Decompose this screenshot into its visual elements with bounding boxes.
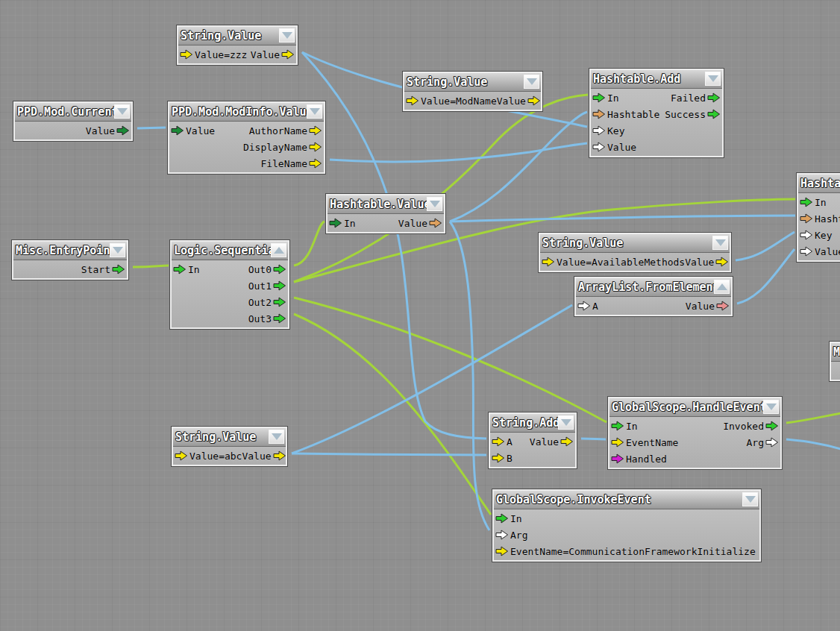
output-pin-arrow[interactable] — [309, 158, 322, 169]
output-pin-arrow[interactable] — [715, 257, 729, 267]
output-pin-arrow[interactable] — [527, 95, 541, 106]
output-pin-arrow[interactable] — [765, 421, 779, 431]
node-header[interactable]: Logic.Sequential — [172, 242, 288, 260]
wire-string-add.Value-to-globalscope-handleevent.EventName[interactable] — [581, 439, 606, 439]
node-logic-sequential[interactable]: Logic.SequentialInOut0Out1Out2Out3 — [170, 240, 289, 329]
wire-hashtable-value.Value-to-hashtable-add-2.Hashtable[interactable] — [450, 216, 795, 222]
input-pin-arrow[interactable] — [329, 218, 342, 228]
output-pin-arrow[interactable] — [273, 313, 286, 324]
collapse-down-button[interactable] — [558, 415, 574, 430]
node-graph-canvas[interactable]: { "palette":{ "wire_exec":"#a4d53a", "wi… — [0, 0, 840, 631]
node-string-value-zzz[interactable]: String.ValueValue=zzzValue — [177, 25, 298, 65]
input-pin-arrow[interactable] — [611, 453, 624, 464]
input-pin-arrow[interactable] — [173, 264, 187, 274]
wire-string-value-availablemethods.Value-to-hashtable-add-2.Key[interactable] — [736, 232, 794, 260]
input-pin-arrow[interactable] — [175, 451, 188, 461]
input-pin-arrow[interactable] — [800, 213, 813, 224]
node-string-add[interactable]: String.AddAValueB — [489, 412, 577, 468]
collapse-down-button[interactable] — [524, 75, 539, 89]
input-pin-arrow[interactable] — [495, 513, 509, 524]
input-pin-arrow[interactable] — [800, 230, 813, 240]
output-pin-arrow[interactable] — [273, 264, 286, 274]
node-header[interactable]: Hashtable.Value — [327, 195, 444, 214]
input-pin-arrow[interactable] — [592, 142, 606, 152]
output-pin-arrow[interactable] — [560, 436, 574, 447]
node-header[interactable]: String.Value — [540, 234, 730, 253]
node-ppd-mod-current[interactable]: PPD.Mod.CurrentValue — [13, 101, 133, 141]
collapse-down-button[interactable] — [763, 400, 779, 414]
input-pin-arrow[interactable] — [800, 197, 813, 207]
collapse-down-button[interactable] — [110, 243, 125, 257]
node-header[interactable]: GlobalScope.InvokeEvent — [494, 491, 759, 509]
collapse-down-button[interactable] — [427, 197, 442, 211]
input-pin-arrow[interactable] — [492, 453, 505, 463]
collapse-up-button[interactable] — [271, 243, 286, 257]
wire-globalscope-handleevent.Arg-to-offscreen-right[interactable] — [786, 439, 840, 449]
output-pin-arrow[interactable] — [273, 297, 286, 307]
node-arraylist-fromelement[interactable]: ArrayList.FromElementAValue — [574, 277, 733, 316]
output-pin-arrow[interactable] — [273, 451, 286, 461]
input-pin-arrow[interactable] — [542, 257, 555, 267]
node-header[interactable]: M — [831, 343, 840, 362]
output-pin-arrow[interactable] — [116, 125, 130, 136]
output-pin-arrow[interactable] — [309, 125, 322, 136]
node-header[interactable]: String.Value — [178, 27, 296, 45]
wire-misc-entrypoint.Start-to-logic-sequential.In[interactable] — [133, 266, 169, 267]
node-header[interactable]: ArrayList.FromElement — [576, 278, 731, 297]
collapse-down-button[interactable] — [705, 72, 721, 86]
wire-logic-sequential.Out2-to-globalscope-handleevent.In[interactable] — [294, 298, 607, 422]
node-string-value-abc[interactable]: String.ValueValue=abcValue — [172, 427, 287, 466]
node-header[interactable]: Misc.EntryPoint — [13, 242, 127, 260]
wire-string-value-abc.Value-to-string-add.B[interactable] — [292, 453, 486, 455]
node-header[interactable]: PPD.Mod.ModInfo.Value — [169, 103, 324, 122]
wire-logic-sequential.Out0-to-hashtable-value.In[interactable] — [294, 222, 325, 266]
collapse-down-button[interactable] — [269, 430, 284, 444]
input-pin-arrow[interactable] — [577, 301, 591, 311]
node-header[interactable]: String.Add — [490, 414, 575, 433]
node-header[interactable]: Hashtable.Add — [591, 70, 722, 89]
node-header[interactable]: GlobalScope.HandleEvent — [609, 398, 780, 417]
input-pin-arrow[interactable] — [180, 49, 193, 60]
output-pin-arrow[interactable] — [429, 218, 442, 228]
input-pin-arrow[interactable] — [492, 436, 505, 447]
node-globalscope-invokeevent[interactable]: GlobalScope.InvokeEventInArgEventName=Co… — [492, 489, 761, 562]
input-pin-arrow[interactable] — [611, 437, 624, 448]
output-pin-arrow[interactable] — [707, 109, 721, 119]
node-partial-node-m[interactable]: M — [830, 342, 840, 381]
collapse-down-button[interactable] — [307, 104, 322, 119]
output-pin-arrow[interactable] — [765, 437, 779, 448]
input-pin-arrow[interactable] — [406, 95, 419, 106]
output-pin-arrow[interactable] — [716, 301, 730, 311]
collapse-down-button[interactable] — [279, 28, 295, 43]
node-header[interactable]: Hashtable.Add — [798, 175, 840, 193]
input-pin-arrow[interactable] — [611, 421, 624, 431]
collapse-down-button[interactable] — [114, 104, 130, 119]
node-misc-entrypoint[interactable]: Misc.EntryPointStart — [12, 240, 128, 280]
node-string-value-modname[interactable]: String.ValueValue=ModNameValue — [403, 72, 542, 111]
node-header[interactable]: String.Value — [404, 73, 541, 92]
wire-ppd-mod-current.Value-to-ppd-mod-modinfo-value.Value[interactable] — [137, 128, 166, 128]
input-pin-arrow[interactable] — [592, 125, 606, 136]
input-pin-arrow[interactable] — [800, 246, 813, 257]
output-pin-arrow[interactable] — [112, 264, 125, 274]
input-pin-arrow[interactable] — [592, 109, 606, 119]
input-pin-arrow[interactable] — [171, 125, 184, 136]
node-string-value-availablemethods[interactable]: String.ValueValue=AvailableMethodsValue — [539, 233, 731, 272]
output-pin-arrow[interactable] — [309, 142, 322, 152]
output-pin-arrow[interactable] — [273, 280, 286, 291]
collapse-down-button[interactable] — [712, 236, 728, 250]
output-pin-arrow[interactable] — [281, 49, 295, 60]
node-header[interactable]: String.Value — [173, 428, 286, 447]
collapse-down-button[interactable] — [742, 492, 758, 506]
wire-logic-sequential.Out3-to-globalscope-invokeevent.In[interactable] — [294, 314, 491, 515]
input-pin-arrow[interactable] — [495, 530, 509, 540]
output-pin-arrow[interactable] — [707, 92, 721, 103]
node-ppd-mod-modinfo-value[interactable]: PPD.Mod.ModInfo.ValueValueAuthorNameDisp… — [168, 101, 325, 174]
node-globalscope-handleevent[interactable]: GlobalScope.HandleEventInInvokedEventNam… — [608, 397, 782, 469]
node-header[interactable]: PPD.Mod.Current — [15, 103, 131, 122]
input-pin-arrow[interactable] — [495, 546, 509, 556]
input-pin-arrow[interactable] — [592, 92, 606, 103]
node-hashtable-add-1[interactable]: Hashtable.AddInFailedHashtableSuccessKey… — [589, 69, 724, 157]
wire-globalscope-handleevent.Invoked-to-offscreen-right[interactable] — [786, 413, 840, 423]
node-hashtable-value[interactable]: Hashtable.ValueInValue — [326, 194, 445, 233]
